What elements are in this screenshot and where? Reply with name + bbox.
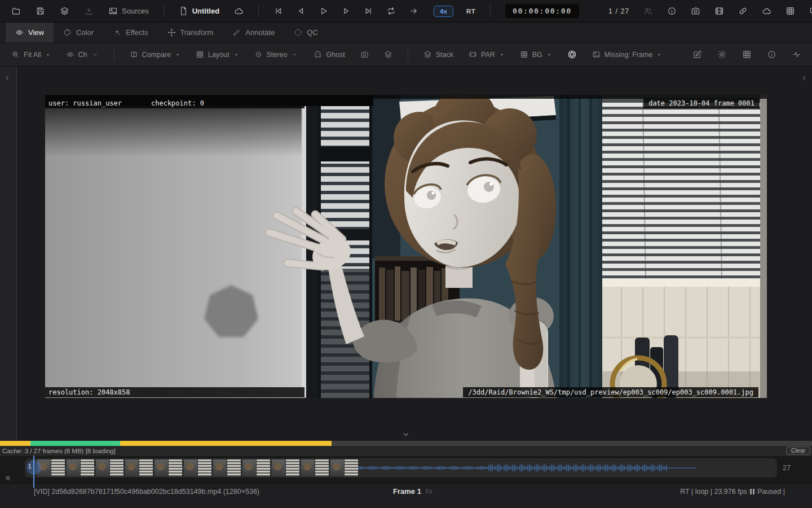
open-file-button[interactable] [11,6,21,16]
preview-frame-image [45,95,767,398]
cloud-sync-button[interactable] [234,6,244,16]
grid-icon [742,50,752,59]
tab-effects[interactable]: Effects [103,23,158,42]
cache-progress [0,441,812,446]
export-download-button[interactable] [84,6,94,16]
aperture-icon [567,50,577,59]
info-button[interactable] [667,6,677,16]
layers-icon [423,50,432,59]
link-button[interactable] [738,6,748,16]
waveform-icon [792,50,801,59]
snapshot-view-button[interactable] [360,50,369,59]
overlay-user-band: user: russian_user checkpoint: 0 [45,98,304,108]
layout-dropdown[interactable]: Layout [196,50,239,59]
chevron-right-icon [3,74,11,82]
snapshot-button[interactable] [691,6,700,16]
grid-icon [196,50,204,59]
playback-speed-button[interactable]: 4x [434,6,453,17]
scopes-button[interactable] [792,50,801,59]
tab-qc[interactable]: QC [284,23,328,42]
timeline: 1 27 [0,456,812,484]
save-session-button[interactable] [36,6,45,16]
paused-label: Paused | [757,484,785,499]
timecode-display: 00:00:00:00 [505,4,579,18]
media-info: [VID] 2d56d82687b78171f50c496bab002bc18d… [34,484,259,499]
session-button[interactable]: Untitled [179,6,219,16]
caret-down-icon [656,52,662,58]
playback-info-text: RT | loop | 23.976 fps [680,484,747,499]
compare-dropdown[interactable]: Compare [130,50,180,59]
tab-annotate[interactable]: Annotate [223,23,284,42]
current-frame-group: Frame 1 F# [393,484,433,500]
stack-button[interactable]: Stack [423,50,453,59]
grid-view-button[interactable] [785,6,795,16]
sources-button[interactable]: Sources [108,6,149,16]
frame-counter: 1 / 27 [608,7,629,15]
go-to-end-button[interactable] [364,6,373,16]
cache-status-row: Cache: 3 / 27 frames (8 MB) [8 loading] … [0,446,812,456]
go-to-start-button[interactable] [273,6,283,16]
pixel-aspect-icon [469,50,477,59]
fit-all-dropdown[interactable]: Fit All [11,50,51,59]
view-toolbar: Fit All Ch Compare Layout Stereo Ghost S… [0,43,812,67]
palette-icon [63,28,72,37]
cache-status-label: Cache: 3 / 27 frames (8 MB) [8 loading] [2,446,116,456]
caret-down-icon [175,52,180,58]
timeline-zoom-icon[interactable] [5,475,12,482]
caret-down-icon [546,52,552,58]
layers-icon [384,50,392,59]
brightness-button[interactable] [717,50,727,59]
loop-mode-button[interactable] [386,6,396,16]
viewer-area: user: russian_user checkpoint: 0 date 20… [0,67,812,440]
play-button[interactable] [319,6,328,16]
camera-icon [360,50,369,59]
chevron-left-icon [800,74,809,82]
expand-left-panel-button[interactable] [3,74,11,82]
collaboration-button[interactable] [643,6,653,16]
layers-button[interactable] [60,6,69,16]
tab-view[interactable]: View [6,23,54,42]
media-button[interactable] [714,6,724,16]
preview-frame: user: russian_user checkpoint: 0 date 20… [45,95,767,398]
caret-down-icon [233,52,239,58]
missing-frame-dropdown[interactable]: Missing: Frame [592,50,662,59]
scene-curtain [559,95,602,398]
image-info-button[interactable] [767,50,776,59]
layer-stack-button[interactable] [384,50,392,59]
bg-dropdown[interactable]: BG [520,50,552,59]
step-forward-button[interactable] [341,6,351,16]
tab-color[interactable]: Color [54,23,103,42]
ghost-toggle[interactable]: Ghost [314,50,345,59]
expand-right-panel-button[interactable] [800,74,809,82]
overlay-date-frame: date 2023-10-04 frame 0001 [643,98,760,108]
presentation-button[interactable] [809,6,812,16]
step-back-button[interactable] [296,6,306,16]
annotate-edit-button[interactable] [692,50,702,59]
session-name: Untitled [192,7,219,15]
aperture-button[interactable] [567,50,577,59]
stereo-dropdown[interactable]: Stereo [254,50,299,59]
overlay-resolution: resolution: 2048x858 [48,387,130,397]
image-icon [108,6,118,16]
mode-tabbar: View Color Effects Transform Annotate QC [0,23,812,43]
clear-cache-button[interactable]: Clear [786,446,810,455]
sources-label: Sources [122,7,149,15]
eye-icon [66,50,74,59]
par-dropdown[interactable]: PAR [469,50,505,59]
cloud-button[interactable] [762,6,771,16]
playhead[interactable] [33,456,34,488]
cloud-icon [762,6,771,16]
info-icon [667,6,677,16]
channel-dropdown[interactable]: Ch [66,50,99,59]
sun-icon [717,50,727,59]
tab-transform[interactable]: Transform [158,23,223,42]
play-direction-button[interactable] [409,6,418,16]
dashed-circle-icon [294,28,302,37]
info-icon [767,50,776,59]
tile-view-button[interactable] [742,50,752,59]
timeline-collapse-button[interactable] [401,430,411,439]
divider [258,5,259,17]
pen-icon [232,28,241,37]
timeline-end-frame: 27 [783,464,791,472]
divider [490,5,491,17]
